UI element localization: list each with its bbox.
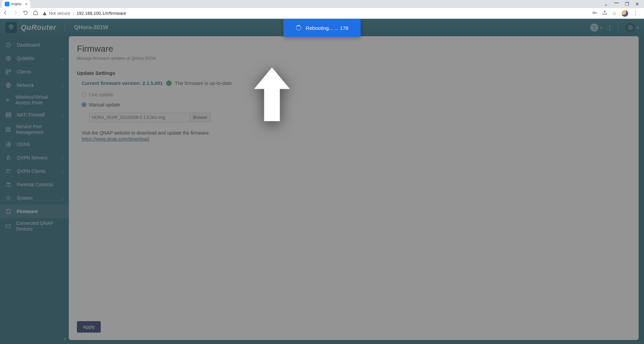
chevron-down-icon[interactable]: ⌄	[604, 1, 608, 7]
reboot-toast: Rebooting... ... 178	[283, 19, 361, 37]
tab-favicon	[5, 2, 9, 6]
password-key-icon[interactable]	[592, 10, 597, 17]
window-minimize-icon[interactable]: —	[614, 0, 619, 5]
share-icon[interactable]	[602, 10, 607, 17]
window-maximize-icon[interactable]: ❐	[625, 1, 629, 7]
profile-avatar[interactable]	[622, 10, 628, 17]
spinner-icon	[296, 25, 301, 31]
tab-title: mariu	[11, 2, 21, 6]
toast-text: Rebooting... ... 178	[306, 25, 349, 31]
security-indicator[interactable]: Not secure	[42, 11, 70, 16]
app-root: QuRouter QHora-301W ▾ ▾ DashboardQu	[0, 19, 644, 344]
modal-overlay	[0, 19, 644, 344]
tab-close-icon[interactable]: ×	[25, 2, 28, 7]
nav-back-icon[interactable]	[3, 10, 8, 17]
browser-address-bar: Not secure | 192.168.100.1/#/firmware ☆ …	[0, 8, 644, 19]
nav-forward-icon	[13, 10, 18, 17]
window-controls: ⌄ — ❐ ✕	[599, 0, 644, 8]
browser-title-bar: mariu × ⌄ — ❐ ✕	[0, 0, 644, 8]
bookmark-star-icon[interactable]: ☆	[612, 10, 617, 16]
browser-menu-icon[interactable]: ⋮	[633, 10, 639, 16]
svg-point-0	[593, 12, 595, 13]
window-close-icon[interactable]: ✕	[635, 1, 639, 7]
url-text[interactable]: 192.168.100.1/#/firmware	[77, 11, 126, 16]
nav-home-icon[interactable]	[33, 10, 38, 17]
security-label: Not secure	[49, 11, 70, 16]
browser-tab[interactable]: mariu ×	[2, 0, 30, 8]
nav-reload-icon[interactable]	[23, 10, 28, 17]
